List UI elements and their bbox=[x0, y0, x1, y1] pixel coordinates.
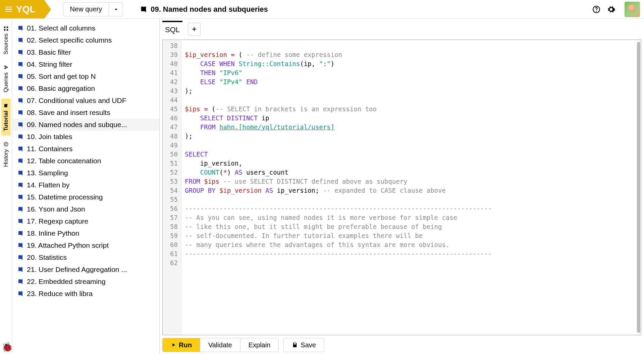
line-number: 55 bbox=[163, 195, 181, 204]
tutorial-item[interactable]: 20. Statistics bbox=[12, 251, 159, 263]
save-button-group: Save bbox=[283, 338, 324, 352]
book-icon bbox=[17, 25, 23, 31]
tutorial-item[interactable]: 15. Datetime processing bbox=[12, 191, 159, 203]
validate-button[interactable]: Validate bbox=[200, 338, 240, 352]
tutorial-item[interactable]: 01. Select all columns bbox=[12, 22, 159, 34]
page-title: 09. Named nodes and subqueries bbox=[151, 5, 268, 14]
code-line: ); bbox=[185, 86, 638, 96]
topbar: YQL New query 09. Named nodes and subque… bbox=[0, 0, 644, 19]
tutorial-item[interactable]: 14. Flatten by bbox=[12, 179, 159, 191]
code-line: ----------------------------------------… bbox=[185, 204, 638, 213]
book-icon bbox=[17, 182, 23, 188]
line-number: 46 bbox=[163, 114, 181, 123]
code-line bbox=[185, 141, 638, 150]
rail-tab-queries[interactable]: Queries bbox=[1, 60, 11, 97]
book-icon bbox=[17, 49, 23, 55]
explain-button[interactable]: Explain bbox=[240, 338, 279, 352]
editor-scrollbar[interactable] bbox=[637, 42, 640, 333]
tutorial-item[interactable]: 10. Join tables bbox=[12, 131, 159, 143]
editor-tab[interactable]: SQL bbox=[162, 21, 182, 37]
side-rail: SourcesQueriesTutorialHistory bbox=[0, 19, 12, 354]
tutorial-item[interactable]: 12. Table concatenation bbox=[12, 155, 159, 167]
tutorial-item[interactable]: 19. Attached Python script bbox=[12, 239, 159, 251]
code-line: ELSE "IPv4" END bbox=[185, 77, 638, 86]
menu-icon[interactable] bbox=[5, 7, 12, 12]
help-icon bbox=[592, 5, 601, 14]
tutorial-item-label: 05. Sort and get top N bbox=[27, 72, 96, 80]
save-button[interactable]: Save bbox=[284, 338, 324, 352]
settings-button[interactable] bbox=[606, 5, 616, 14]
tutorial-item-label: 03. Basic filter bbox=[27, 48, 71, 56]
code-line: ); bbox=[185, 132, 638, 141]
line-number: 52 bbox=[163, 168, 181, 177]
tutorial-item[interactable]: 09. Named nodes and subque... bbox=[12, 119, 159, 131]
line-number: 43 bbox=[163, 86, 181, 96]
code-line: FROM hahn.[home/yql/tutorial/users] bbox=[185, 123, 638, 132]
tutorial-item-label: 10. Join tables bbox=[27, 133, 72, 141]
brand-flag[interactable]: YQL bbox=[0, 0, 44, 18]
book-icon bbox=[17, 134, 23, 140]
tutorial-item[interactable]: 03. Basic filter bbox=[12, 46, 159, 58]
code-line: -- As you can see, using named nodes it … bbox=[185, 213, 638, 222]
rail-tab-label: History bbox=[3, 149, 9, 167]
help-button[interactable] bbox=[592, 5, 601, 14]
book-icon bbox=[17, 98, 23, 104]
code-line: -- many queries where the advantages of … bbox=[185, 240, 638, 249]
tutorial-item[interactable]: 22. Embedded streaming bbox=[12, 276, 159, 288]
tutorial-item-label: 23. Reduce with libra bbox=[27, 290, 93, 298]
tutorial-item[interactable]: 18. Inline Python bbox=[12, 227, 159, 239]
tutorial-item-label: 22. Embedded streaming bbox=[27, 278, 106, 286]
tutorial-item[interactable]: 17. Regexp capture bbox=[12, 215, 159, 227]
rail-tab-history[interactable]: History bbox=[1, 137, 11, 172]
line-number: 51 bbox=[163, 159, 181, 168]
book-icon bbox=[17, 206, 23, 212]
book-icon bbox=[17, 37, 23, 43]
editor-tabbar: SQL bbox=[160, 19, 644, 37]
save-icon bbox=[292, 342, 298, 348]
brand-name: YQL bbox=[16, 4, 36, 15]
add-tab-button[interactable] bbox=[188, 23, 201, 36]
tutorial-item[interactable]: 21. User Defined Aggregation ... bbox=[12, 263, 159, 276]
tutorial-sidebar[interactable]: 01. Select all columns02. Select specifi… bbox=[12, 19, 160, 354]
line-number: 60 bbox=[163, 240, 181, 249]
code-area[interactable]: $ip_version = ( -- define some expressio… bbox=[181, 40, 641, 335]
tutorial-item-label: 14. Flatten by bbox=[27, 181, 69, 189]
user-avatar[interactable] bbox=[625, 2, 640, 17]
tutorial-item[interactable]: 04. String filter bbox=[12, 58, 159, 70]
code-editor[interactable]: 3839404142434445464748495051525354555657… bbox=[162, 40, 641, 335]
book-icon bbox=[17, 110, 23, 116]
new-query-group: New query bbox=[63, 2, 123, 16]
play-icon bbox=[171, 342, 176, 348]
tutorial-item[interactable]: 06. Basic aggregation bbox=[12, 82, 159, 95]
book-icon bbox=[17, 279, 23, 285]
line-gutter: 3839404142434445464748495051525354555657… bbox=[163, 40, 181, 335]
explain-label: Explain bbox=[249, 341, 271, 349]
tutorial-item[interactable]: 08. Save and insert results bbox=[12, 107, 159, 119]
new-query-button[interactable]: New query bbox=[63, 2, 109, 16]
tutorial-item[interactable]: 05. Sort and get top N bbox=[12, 70, 159, 82]
tutorial-item-label: 08. Save and insert results bbox=[27, 109, 110, 117]
tutorial-item[interactable]: 16. Yson and Json bbox=[12, 203, 159, 215]
bug-icon[interactable]: 🐞 bbox=[1, 342, 13, 353]
tutorial-item[interactable]: 23. Reduce with libra bbox=[12, 288, 159, 300]
line-number: 44 bbox=[163, 96, 181, 105]
tutorial-item[interactable]: 13. Sampling bbox=[12, 167, 159, 179]
tutorial-item[interactable]: 11. Containers bbox=[12, 143, 159, 155]
tutorial-item-label: 13. Sampling bbox=[27, 169, 68, 177]
tutorial-item-label: 19. Attached Python script bbox=[27, 241, 109, 249]
code-line: -- self-documented. In further tutorial … bbox=[185, 231, 638, 240]
line-number: 42 bbox=[163, 77, 181, 86]
rail-tab-tutorial[interactable]: Tutorial bbox=[1, 99, 11, 136]
line-number: 39 bbox=[163, 50, 181, 59]
code-line: THEN "IPv6" bbox=[185, 68, 638, 77]
run-button[interactable]: Run bbox=[163, 338, 200, 352]
rail-tab-sources[interactable]: Sources bbox=[1, 21, 11, 59]
tutorial-item[interactable]: 02. Select specific columns bbox=[12, 34, 159, 46]
tutorial-item[interactable]: 07. Conditional values and UDF bbox=[12, 95, 159, 107]
book-icon bbox=[17, 267, 23, 273]
new-query-dropdown[interactable] bbox=[109, 2, 123, 16]
code-line bbox=[185, 41, 638, 50]
code-line: $ips = (-- SELECT in brackets is an expr… bbox=[185, 105, 638, 114]
book-icon bbox=[17, 254, 23, 260]
run-label: Run bbox=[179, 341, 192, 349]
